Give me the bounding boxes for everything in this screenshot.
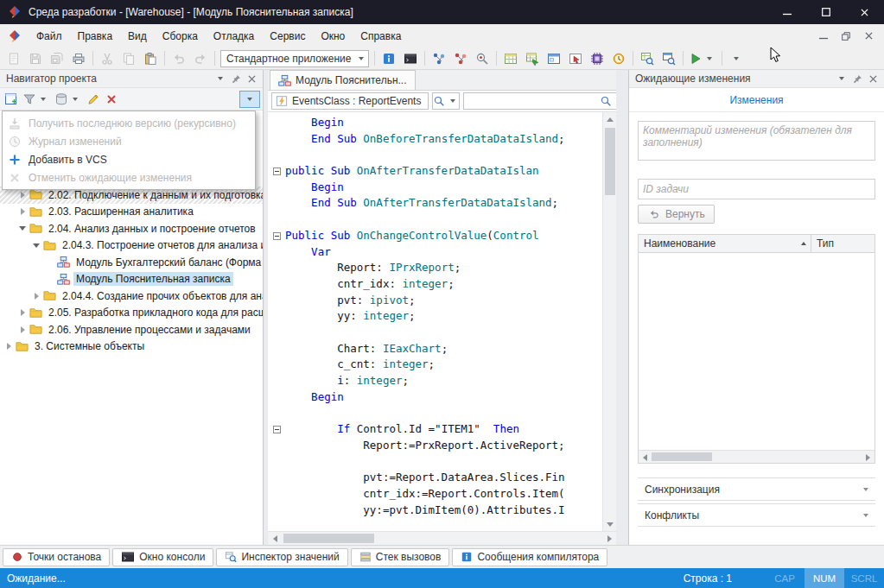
value-inspector-button[interactable]	[472, 49, 493, 68]
menu-item[interactable]: Сборка	[155, 26, 206, 47]
panel-pin-button[interactable]	[849, 72, 865, 85]
new-object-button[interactable]	[3, 49, 24, 68]
horizontal-scroll-thumb[interactable]	[283, 534, 374, 543]
tree-expander-icon[interactable]	[3, 341, 14, 351]
menu-item[interactable]: Правка	[70, 26, 121, 47]
bottom-tab[interactable]: Окно консоли	[112, 548, 213, 566]
save-all-button[interactable]	[47, 49, 67, 68]
bottom-tab[interactable]: Стек вызовов	[351, 548, 450, 566]
tree-item[interactable]: 2.05. Разработка прикладного кода для ра…	[0, 305, 263, 322]
scroll-left-icon[interactable]	[268, 532, 282, 546]
dependencies-button[interactable]	[429, 49, 449, 68]
undo-button[interactable]	[169, 49, 189, 68]
tree-expander-icon[interactable]	[31, 240, 41, 250]
panel-menu-button[interactable]	[213, 72, 228, 85]
grid-horizontal-scrollbar[interactable]	[639, 450, 874, 463]
edit-button[interactable]	[85, 91, 102, 108]
panel-close-button[interactable]	[865, 72, 881, 85]
tree-expander-icon[interactable]	[17, 325, 28, 335]
component-button[interactable]	[587, 49, 607, 68]
paste-button[interactable]	[140, 49, 161, 68]
window-minimize-button[interactable]	[767, 0, 806, 24]
window-maximize-button[interactable]	[806, 0, 845, 24]
tree-expander-icon[interactable]	[17, 190, 28, 200]
code-area[interactable]: Begin End Sub OnBeforeTransferDataDataIs…	[268, 112, 602, 531]
tree-item[interactable]: 3. Системные объекты	[0, 338, 263, 356]
change-comment-input[interactable]	[638, 121, 875, 161]
menu-item[interactable]: Вид	[120, 26, 155, 47]
mdi-restore-button[interactable]	[837, 28, 855, 44]
view-table-button[interactable]	[637, 49, 658, 68]
editor-tab[interactable]: Модуль Пояснительн...	[270, 70, 416, 90]
tree-item[interactable]: Модуль Бухгалтерский баланс (Форма 1)	[0, 254, 263, 271]
menu-item[interactable]: Отладка	[206, 26, 262, 47]
application-combobox[interactable]: Стандартное приложение	[220, 50, 369, 67]
form-button[interactable]	[544, 49, 564, 68]
changes-tab[interactable]: Изменения	[729, 94, 783, 106]
menu-item[interactable]: Окно	[313, 26, 353, 47]
scroll-right-icon[interactable]	[862, 451, 874, 464]
bottom-tab[interactable]: Сообщения компилятора	[452, 548, 607, 566]
info-button[interactable]	[378, 49, 399, 68]
tree-expander-icon[interactable]	[17, 206, 28, 217]
table-button[interactable]	[500, 49, 521, 68]
fold-collapse-icon[interactable]	[273, 426, 281, 433]
bottom-tab[interactable]: Точки останова	[3, 548, 110, 566]
new-form-button[interactable]	[3, 91, 20, 108]
editor-horizontal-scrollbar[interactable]	[268, 531, 616, 545]
navigator-dropdown-button[interactable]	[239, 91, 260, 108]
table-export-button[interactable]	[522, 49, 543, 68]
horizontal-scroll-thumb[interactable]	[652, 452, 712, 461]
vcs-button[interactable]	[53, 91, 84, 108]
mdi-close-button[interactable]	[860, 28, 877, 44]
console-window-button[interactable]	[400, 49, 421, 68]
tree-item[interactable]: 2.03. Расширенная аналитика	[0, 204, 263, 221]
splitter[interactable]	[616, 70, 628, 545]
column-header-type[interactable]: Тип	[811, 237, 874, 250]
form-designer-button[interactable]	[565, 49, 586, 68]
popup-menu-item[interactable]: Добавить в VCS	[3, 150, 255, 168]
collapsible-section[interactable]: Синхронизация	[638, 477, 875, 501]
fold-collapse-icon[interactable]	[273, 168, 281, 175]
bottom-tab[interactable]: Инспектор значений	[216, 548, 347, 566]
member-search-button[interactable]	[432, 92, 460, 110]
panel-pin-button[interactable]	[228, 72, 244, 85]
scheduler-button[interactable]	[608, 49, 629, 68]
menu-item[interactable]: Файл	[29, 26, 70, 47]
tree-expander-icon[interactable]	[31, 291, 41, 301]
panel-menu-button[interactable]	[834, 72, 849, 85]
scroll-down-icon[interactable]	[603, 517, 617, 531]
run-button[interactable]	[687, 49, 718, 68]
panel-close-button[interactable]	[244, 72, 259, 85]
events-class-combobox[interactable]: EventsClass : ReportEvents	[271, 92, 429, 110]
tree-item[interactable]: 2.04. Анализ данных и построение отчетов	[0, 220, 263, 237]
tree-item[interactable]: 2.04.4. Создание прочих объектов для ана…	[0, 288, 263, 305]
column-header-name[interactable]: Наименование	[639, 235, 811, 252]
vertical-scroll-thumb[interactable]	[605, 128, 615, 195]
delete-button[interactable]	[103, 91, 120, 108]
copy-button[interactable]	[118, 49, 139, 68]
scroll-right-icon[interactable]	[602, 532, 616, 546]
redo-button[interactable]	[190, 49, 211, 68]
scroll-left-icon[interactable]	[639, 451, 652, 464]
menu-item[interactable]: Справка	[353, 26, 409, 47]
tree-item[interactable]: Модуль Пояснительная записка	[0, 271, 263, 288]
revert-button[interactable]: Вернуть	[638, 205, 715, 224]
editor-search-input[interactable]	[466, 95, 600, 107]
filter-button[interactable]	[21, 91, 52, 108]
task-id-input[interactable]	[638, 179, 875, 199]
tree-item[interactable]: 2.06. Управление процессами и задачами	[0, 321, 263, 338]
view-form-button[interactable]	[658, 49, 679, 68]
fold-collapse-icon[interactable]	[273, 232, 281, 240]
grid-body[interactable]	[639, 253, 874, 450]
editor-vertical-scrollbar[interactable]	[602, 112, 616, 531]
tree-expander-icon[interactable]	[17, 224, 28, 234]
mdi-minimize-button[interactable]	[815, 28, 832, 44]
collapsible-section[interactable]: Конфликты	[638, 503, 875, 527]
save-button[interactable]	[25, 49, 46, 68]
tree-item[interactable]: 2.04.3. Построение отчетов для анализа и…	[0, 237, 263, 255]
menu-item[interactable]: Сервис	[262, 26, 313, 47]
window-close-button[interactable]	[845, 0, 884, 24]
scroll-up-icon[interactable]	[603, 112, 617, 126]
tree-expander-icon[interactable]	[17, 307, 28, 318]
